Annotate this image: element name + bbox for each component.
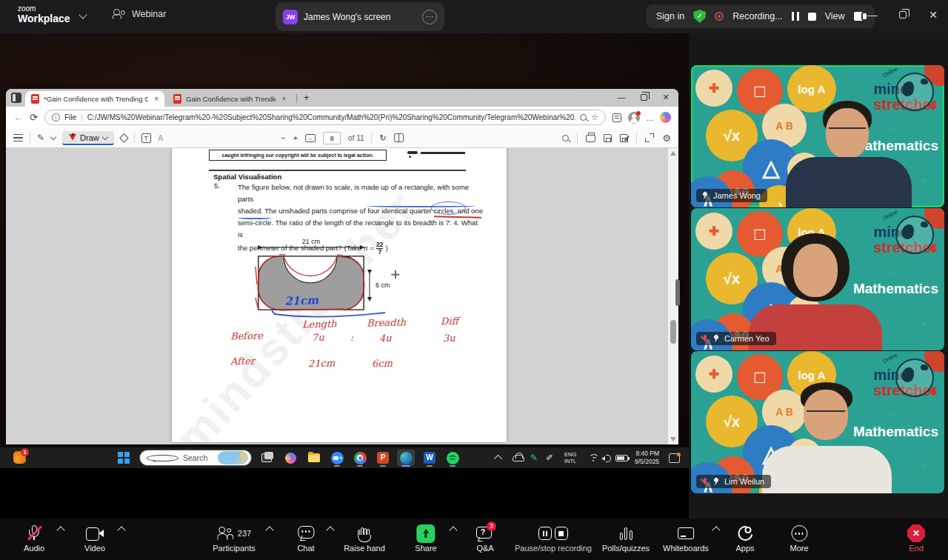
apps-button[interactable]: Apps bbox=[735, 524, 754, 553]
audio-button[interactable]: Audio bbox=[24, 524, 44, 553]
weather-widget-thumbnail[interactable] bbox=[218, 451, 248, 464]
back-icon[interactable]: ← bbox=[13, 112, 23, 123]
zoom-page-icon[interactable] bbox=[580, 114, 587, 121]
tab-james-wongs-screen[interactable]: JW James Wong's screen ⋯ bbox=[276, 2, 444, 31]
edge-button-active[interactable] bbox=[397, 450, 415, 466]
scroll-up-icon[interactable] bbox=[670, 151, 676, 156]
tab-search-icon[interactable] bbox=[11, 93, 21, 103]
pause-stop-recording-button[interactable]: Pause/stop recording bbox=[515, 524, 592, 553]
bookmark-star-icon[interactable]: ☆ bbox=[591, 113, 598, 122]
zoom-close-button[interactable]: ✕ bbox=[922, 9, 944, 21]
clock[interactable]: 8:40 PM9/5/2025 bbox=[635, 447, 659, 468]
copilot-button[interactable] bbox=[281, 450, 299, 466]
add-text-icon[interactable]: T bbox=[141, 133, 151, 143]
new-tab-button[interactable]: + bbox=[304, 92, 310, 103]
video-tile-lim-weilun[interactable]: ✚ □ log A √x A B △ ⊕⊖⊗⊖ [100] ∧ ◔ ÷ π + … bbox=[691, 351, 944, 493]
chat-chevron-icon[interactable] bbox=[326, 526, 334, 534]
task-view-button[interactable] bbox=[258, 450, 276, 466]
save-as-icon[interactable] bbox=[620, 134, 628, 142]
chrome-button[interactable] bbox=[351, 450, 369, 466]
browser-restore-button[interactable] bbox=[634, 93, 653, 101]
battery-icon[interactable] bbox=[615, 447, 628, 468]
spotify-button[interactable] bbox=[444, 450, 461, 466]
video-chevron-icon[interactable] bbox=[117, 526, 125, 534]
zoom-restore-button[interactable] bbox=[892, 11, 914, 19]
chat-button[interactable]: Chat bbox=[297, 524, 314, 553]
save-icon[interactable] bbox=[604, 134, 612, 142]
zoom-minimize-button[interactable]: — bbox=[861, 9, 884, 21]
scrollbar-thumb[interactable] bbox=[670, 320, 676, 344]
file-explorer-button[interactable] bbox=[305, 450, 323, 466]
end-button[interactable]: ✕ End bbox=[907, 524, 925, 553]
page-info-icon[interactable]: i bbox=[52, 113, 60, 121]
secondary-scrollbar-thumb[interactable] bbox=[675, 279, 680, 306]
tray-pen-app-icon[interactable]: ✎ bbox=[530, 447, 538, 468]
zoom-out-icon[interactable]: − bbox=[281, 133, 285, 142]
powerpoint-button[interactable]: P bbox=[374, 450, 392, 466]
print-icon[interactable] bbox=[586, 135, 595, 142]
security-shield-icon[interactable]: ✓ bbox=[693, 10, 706, 23]
participants-chevron-icon[interactable] bbox=[265, 526, 273, 534]
collections-icon[interactable] bbox=[612, 113, 621, 122]
read-aloud-icon[interactable]: A bbox=[158, 133, 164, 142]
tab-close-icon[interactable]: × bbox=[154, 95, 158, 103]
scroll-down-icon[interactable] bbox=[670, 437, 676, 441]
browser-menu-ellipsis-icon[interactable]: ... bbox=[647, 113, 653, 122]
refresh-icon[interactable]: ⟳ bbox=[30, 112, 38, 123]
fit-to-width-icon[interactable]: ↔ bbox=[305, 134, 316, 142]
sign-in-button[interactable]: Sign in bbox=[656, 11, 684, 21]
taskbar-search[interactable]: Search bbox=[139, 450, 252, 466]
workspace-chevron-down-icon[interactable] bbox=[79, 10, 87, 19]
polls-quizzes-button[interactable]: Polls/quizzes bbox=[602, 524, 650, 553]
browser-close-button[interactable]: ✕ bbox=[656, 93, 675, 102]
stop-recording-button[interactable] bbox=[808, 13, 816, 21]
settings-gear-icon[interactable]: ⚙ bbox=[662, 133, 671, 144]
draw-tool-button[interactable]: Draw bbox=[62, 131, 114, 145]
share-button[interactable]: Share bbox=[415, 524, 436, 553]
volume-icon[interactable] bbox=[601, 447, 610, 468]
video-button[interactable]: Video bbox=[84, 524, 105, 553]
tab-webinar[interactable]: Webinar bbox=[113, 9, 166, 19]
tab-options-ellipsis-icon[interactable]: ⋯ bbox=[422, 10, 437, 24]
pdf-page[interactable]: mindstretcher caught infringing our copy… bbox=[172, 148, 507, 442]
toc-icon[interactable] bbox=[13, 134, 23, 142]
more-button[interactable]: More bbox=[790, 524, 808, 553]
address-bar[interactable]: i File | C:/JW/MS%20Webinar/Telegram%20-… bbox=[44, 110, 606, 125]
participants-button[interactable]: 237 Participants bbox=[213, 524, 255, 553]
view-button[interactable]: View bbox=[825, 11, 845, 21]
qa-button[interactable]: ?3 Q&A bbox=[476, 524, 494, 553]
tray-notification-center-icon[interactable] bbox=[669, 447, 680, 468]
highlighter-icon[interactable]: ✎ bbox=[37, 133, 44, 143]
browser-tab-active[interactable]: *Gain Confidence with Trending C × bbox=[25, 91, 164, 107]
rotate-icon[interactable]: ↻ bbox=[380, 133, 387, 143]
browser-minimize-button[interactable]: — bbox=[612, 93, 631, 101]
tray-chevron-up-icon[interactable] bbox=[496, 447, 502, 468]
wifi-icon[interactable] bbox=[588, 447, 598, 468]
raise-hand-button[interactable]: Raise hand bbox=[344, 524, 385, 553]
word-button[interactable]: W bbox=[421, 450, 438, 466]
browser-tab-inactive[interactable]: Gain Confidence with Trending C × bbox=[167, 91, 292, 107]
language-indicator[interactable]: ENGINTL bbox=[564, 447, 576, 468]
pause-recording-button[interactable] bbox=[792, 12, 799, 21]
start-button[interactable] bbox=[118, 452, 130, 464]
share-chevron-icon[interactable] bbox=[449, 526, 457, 534]
zoom-app-button[interactable] bbox=[328, 450, 346, 466]
highlighter-chevron-icon[interactable] bbox=[50, 134, 56, 140]
page-number-input[interactable]: 8 bbox=[323, 132, 341, 144]
copilot-icon[interactable] bbox=[660, 112, 671, 123]
video-tile-carmen-yeo[interactable]: ✚ □ log A √x A B △ ⊕⊖⊗⊖ [100] ∧ ◔ ÷ π + … bbox=[691, 208, 944, 350]
zoom-in-icon[interactable]: + bbox=[293, 133, 298, 142]
tab-close-icon[interactable]: × bbox=[281, 95, 286, 103]
browser-profile-avatar[interactable] bbox=[628, 112, 640, 124]
find-icon[interactable] bbox=[562, 135, 569, 141]
whiteboards-chevron-icon[interactable] bbox=[712, 526, 720, 534]
eraser-icon[interactable] bbox=[119, 133, 129, 143]
tray-stylus-icon[interactable]: ✐ bbox=[546, 447, 553, 468]
audio-chevron-icon[interactable] bbox=[56, 526, 64, 534]
onedrive-cloud-icon[interactable] bbox=[513, 447, 524, 468]
page-view-icon[interactable] bbox=[394, 133, 404, 142]
whiteboards-button[interactable]: Whiteboards bbox=[663, 524, 709, 553]
taskbar-notification-icon[interactable]: 1 bbox=[13, 451, 26, 464]
fullscreen-icon[interactable] bbox=[645, 133, 654, 142]
video-tile-james-wong[interactable]: ✚ □ log A √x A B △ ⊕⊖⊗⊖ [100] ∧ ◔ ÷ π + … bbox=[691, 65, 944, 207]
